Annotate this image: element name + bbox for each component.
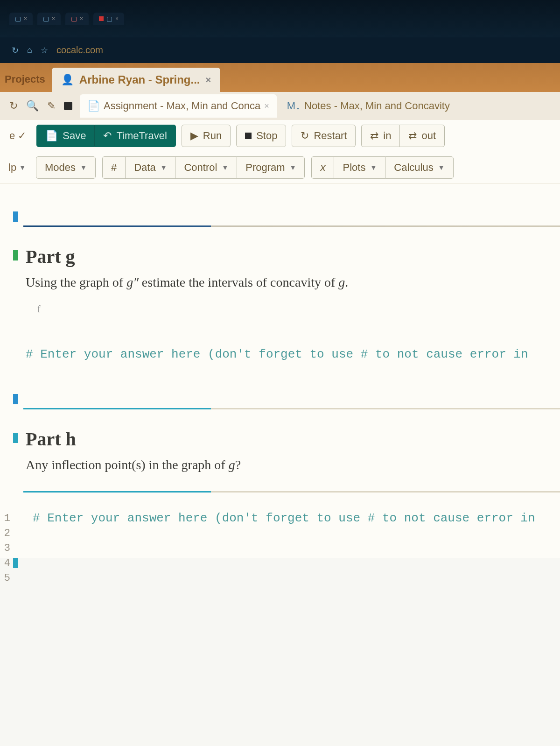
cell-marker: [13, 211, 18, 222]
file-tab-strip: ↻ 🔍 ✎ 📄 Assignment - Max, Min and Conca …: [0, 92, 560, 120]
markdown-cell-part-h[interactable]: Part h Any inflection point(s) in the gr…: [0, 414, 560, 486]
calculus-button-label: Calculus: [394, 162, 433, 174]
project-tab-label: Arbine Ryan - Spring...: [79, 73, 200, 86]
timetravel-button-label: TimeTravel: [116, 130, 167, 142]
cell-marker: [13, 433, 18, 443]
in-button[interactable]: ⇄ in: [361, 125, 399, 147]
hash-button[interactable]: #: [102, 156, 125, 179]
browser-tab[interactable]: ▢×: [9, 13, 33, 25]
data-button-label: Data: [134, 162, 155, 174]
secondary-toolbar: lp ▼ Modes ▼ # Data ▼ Control ▼ Program …: [0, 152, 560, 183]
browser-tab[interactable]: ▢×: [37, 13, 61, 25]
part-h-text: Any inflection point(s) in the graph of …: [26, 457, 551, 472]
chevron-down-icon: ▼: [222, 164, 228, 171]
user-icon: 👤: [61, 74, 74, 86]
code-cell[interactable]: 1 2 3 4 5 # Enter your answer here (don'…: [0, 497, 560, 539]
program-button[interactable]: Program ▼: [237, 156, 305, 179]
save-button[interactable]: 📄 Save: [36, 125, 94, 147]
plots-button[interactable]: Plots ▼: [334, 156, 385, 179]
chevron-down-icon: ▼: [438, 164, 445, 171]
code-comment: # Enter your answer here (don't forget t…: [33, 511, 535, 525]
plots-button-label: Plots: [343, 162, 365, 174]
browser-tab[interactable]: ▢×: [93, 13, 124, 25]
file-tab-label: Notes - Max, Min and Concavity: [304, 100, 450, 112]
play-icon: ▶: [190, 130, 198, 142]
markdown-cell-part-g[interactable]: Part g Using the graph of g″ estimate th…: [0, 232, 560, 304]
browser-tab-strip: ▢× ▢× ▢× ▢×: [0, 0, 560, 37]
markdown-cell[interactable]: [0, 539, 560, 558]
save-group: 📄 Save ↶ TimeTravel: [36, 125, 176, 147]
toolbar-chip-label: e: [9, 130, 15, 142]
toolbar-chip[interactable]: lp ▼: [5, 162, 29, 174]
projects-tab[interactable]: Projects: [0, 69, 52, 92]
part-g-text: Using the graph of g″ estimate the inter…: [26, 275, 551, 290]
check-icon: ✓: [18, 130, 26, 142]
project-tab-active[interactable]: 👤 Arbine Ryan - Spring... ×: [52, 68, 220, 92]
control-button[interactable]: Control ▼: [175, 156, 237, 179]
restart-button-label: Restart: [314, 130, 347, 142]
link-icon: ⇄: [408, 130, 417, 142]
search-icon[interactable]: 🔍: [26, 100, 39, 112]
code-cell[interactable]: # Enter your answer here (don't forget t…: [0, 333, 560, 375]
project-tab-strip: Projects 👤 Arbine Ryan - Spring... ×: [0, 63, 560, 92]
home-icon[interactable]: ⌂: [27, 45, 32, 55]
close-icon[interactable]: ×: [206, 75, 211, 85]
restart-button[interactable]: ↻ Restart: [292, 125, 356, 147]
square-icon[interactable]: [64, 102, 72, 110]
chevron-down-icon: ▼: [370, 164, 377, 171]
cell-separator: [23, 408, 560, 409]
notebook-area: Part g Using the graph of g″ estimate th…: [0, 183, 560, 558]
out-button[interactable]: ⇄ out: [399, 125, 445, 147]
cell-separator: [23, 225, 560, 227]
file-tab-active[interactable]: 📄 Assignment - Max, Min and Conca ×: [80, 94, 277, 118]
toolbar-chip-label: lp: [8, 162, 16, 174]
document-icon: 📄: [87, 100, 100, 112]
cell-marker: [13, 250, 18, 260]
markdown-cell[interactable]: [0, 375, 560, 403]
modes-button-label: Modes: [45, 162, 76, 174]
stop-icon: [245, 133, 252, 139]
program-button-label: Program: [245, 162, 285, 174]
small-note: f: [0, 304, 560, 315]
cell-marker: [13, 394, 18, 404]
out-button-label: out: [421, 130, 436, 142]
io-group: ⇄ in ⇄ out: [361, 125, 445, 147]
edit-icon[interactable]: ✎: [47, 100, 56, 112]
refresh-icon[interactable]: ↻: [9, 100, 18, 112]
chevron-down-icon: ▼: [290, 164, 296, 171]
modes-button[interactable]: Modes ▼: [36, 156, 96, 179]
file-tab-label: Assignment - Max, Min and Conca: [104, 100, 260, 112]
restart-icon: ↻: [301, 130, 309, 142]
calculus-button[interactable]: Calculus ▼: [385, 156, 453, 179]
hash-button-label: #: [111, 162, 117, 174]
bookmark-icon[interactable]: ☆: [41, 45, 48, 56]
chevron-down-icon: ▼: [19, 164, 26, 171]
file-tab[interactable]: M↓ Notes - Max, Min and Concavity: [280, 94, 457, 118]
control-button-label: Control: [184, 162, 217, 174]
part-h-title: Part h: [26, 428, 551, 450]
run-button[interactable]: ▶ Run: [182, 125, 231, 147]
run-button-label: Run: [203, 130, 222, 142]
code-comment: # Enter your answer here (don't forget t…: [26, 347, 528, 361]
stop-button-label: Stop: [256, 130, 277, 142]
app-root: Projects 👤 Arbine Ryan - Spring... × ↻ 🔍…: [0, 63, 560, 746]
url-text[interactable]: cocalc.com: [56, 45, 103, 56]
timetravel-button[interactable]: ↶ TimeTravel: [94, 125, 175, 147]
primary-toolbar: e ✓ 📄 Save ↶ TimeTravel ▶ Run Stop ↻ Res…: [0, 120, 560, 152]
markdown-icon: M↓: [287, 100, 301, 112]
in-button-label: in: [383, 130, 391, 142]
refresh-icon[interactable]: ↻: [12, 45, 19, 56]
browser-tab[interactable]: ▢×: [65, 13, 89, 25]
data-button[interactable]: Data ▼: [125, 156, 175, 179]
close-icon[interactable]: ×: [264, 101, 269, 111]
save-icon: 📄: [45, 130, 58, 142]
markdown-cell[interactable]: [0, 193, 560, 221]
cell-separator: [23, 491, 560, 493]
chevron-down-icon: ▼: [80, 164, 87, 171]
link-icon: ⇄: [370, 130, 378, 142]
var-button[interactable]: x: [311, 156, 334, 179]
cell-marker: [13, 558, 18, 568]
toolbar-chip[interactable]: e ✓: [5, 130, 31, 142]
stop-button[interactable]: Stop: [236, 125, 286, 147]
browser-url-bar: ↻ ⌂ ☆ cocalc.com: [0, 37, 560, 63]
